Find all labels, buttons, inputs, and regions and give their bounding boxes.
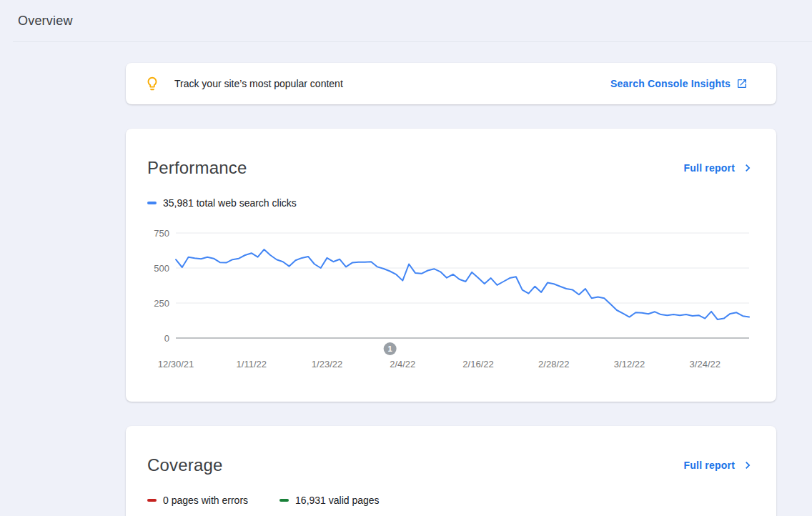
insights-text: Track your site’s most popular content [174, 78, 610, 89]
legend-dash-icon [147, 499, 157, 502]
legend-item: 0 pages with errors [147, 495, 248, 506]
chevron-right-icon [741, 458, 755, 472]
overview-content: Track your site’s most popular content S… [126, 63, 776, 516]
insights-banner: Track your site’s most popular content S… [126, 63, 776, 104]
performance-card: Performance Full report 35,981 total web… [126, 129, 776, 402]
annotation-marker[interactable]: 1 [384, 342, 397, 355]
performance-chart[interactable]: 025050075012/30/211/11/221/23/222/4/222/… [147, 227, 755, 373]
x-axis-tick-label: 2/16/22 [462, 359, 493, 369]
performance-legend: 35,981 total web search clicks [147, 197, 755, 209]
coverage-card: Coverage Full report 0 pages with errors… [126, 426, 776, 516]
y-axis-tick-label: 500 [154, 263, 169, 274]
y-axis-tick-label: 250 [154, 298, 169, 309]
coverage-full-report-label: Full report [684, 460, 735, 471]
x-axis-tick-label: 3/12/22 [614, 359, 645, 369]
legend-dash-icon [147, 202, 157, 204]
open-in-new-icon [736, 78, 748, 89]
x-axis-tick-label: 1/23/22 [312, 359, 342, 369]
coverage-full-report-link[interactable]: Full report [684, 458, 755, 472]
legend-item: 16,931 valid pages [279, 495, 380, 506]
header-divider [13, 41, 812, 42]
y-axis-tick-label: 750 [154, 228, 169, 239]
legend-label: 35,981 total web search clicks [163, 197, 297, 209]
legend-label: 16,931 valid pages [295, 495, 380, 506]
x-axis-tick-label: 2/4/22 [390, 359, 415, 369]
clicks-line [176, 249, 749, 319]
legend-dash-icon [279, 499, 289, 502]
page-header: Overview [0, 0, 812, 29]
x-axis-tick-label: 12/30/21 [158, 359, 194, 369]
legend-label: 0 pages with errors [163, 495, 248, 506]
x-axis-tick-label: 3/24/22 [690, 359, 721, 369]
y-axis-tick-label: 0 [164, 333, 169, 344]
legend-item: 35,981 total web search clicks [147, 197, 297, 209]
page-title: Overview [18, 14, 812, 29]
lightbulb-icon [144, 76, 160, 91]
search-console-insights-link-label: Search Console Insights [610, 78, 731, 89]
coverage-title: Coverage [147, 455, 223, 476]
x-axis-tick-label: 1/11/22 [237, 359, 267, 369]
chevron-right-icon [741, 161, 755, 175]
coverage-legend: 0 pages with errors16,931 valid pages [147, 495, 755, 506]
performance-full-report-label: Full report [684, 162, 735, 174]
clicks-line-chart: 025050075012/30/211/11/221/23/222/4/222/… [147, 227, 755, 370]
x-axis-tick-label: 2/28/22 [538, 359, 569, 369]
search-console-insights-link[interactable]: Search Console Insights [610, 78, 748, 89]
performance-title: Performance [147, 157, 247, 179]
performance-full-report-link[interactable]: Full report [684, 161, 755, 175]
svg-text:1: 1 [388, 344, 392, 353]
